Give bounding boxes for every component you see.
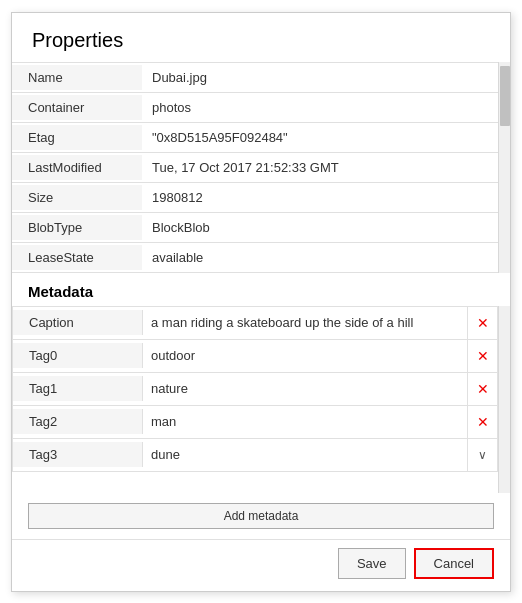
add-metadata-button[interactable]: Add metadata [28, 503, 494, 529]
property-label: Container [12, 95, 142, 120]
property-label: Name [12, 65, 142, 90]
save-button[interactable]: Save [338, 548, 406, 579]
dialog-footer: Save Cancel [12, 539, 510, 591]
property-label: LeaseState [12, 245, 142, 270]
properties-table: Name Dubai.jpg Container photos Etag "0x… [12, 62, 498, 273]
property-row: Etag "0x8D515A95F092484" [12, 123, 498, 153]
metadata-row: Tag3 dune ∨ [12, 438, 498, 472]
property-row: Size 1980812 [12, 183, 498, 213]
delete-metadata-button[interactable]: ✕ [467, 406, 497, 438]
metadata-label: Tag0 [13, 343, 143, 368]
properties-dialog: Properties Name Dubai.jpg Container phot… [11, 12, 511, 592]
property-label: Etag [12, 125, 142, 150]
property-value: Tue, 17 Oct 2017 21:52:33 GMT [142, 155, 498, 180]
property-row: BlobType BlockBlob [12, 213, 498, 243]
property-value: 1980812 [142, 185, 498, 210]
property-label: LastModified [12, 155, 142, 180]
metadata-value: nature [143, 376, 467, 401]
metadata-table: Caption a man riding a skateboard up the… [12, 306, 498, 493]
metadata-section-header: Metadata [12, 273, 510, 306]
property-value: Dubai.jpg [142, 65, 498, 90]
property-value: BlockBlob [142, 215, 498, 240]
scrollbar-thumb [500, 66, 510, 126]
property-label: BlobType [12, 215, 142, 240]
metadata-row: Tag2 man ✕ [12, 405, 498, 438]
metadata-value: outdoor [143, 343, 467, 368]
property-row: LastModified Tue, 17 Oct 2017 21:52:33 G… [12, 153, 498, 183]
dialog-title: Properties [12, 13, 510, 62]
property-label: Size [12, 185, 142, 210]
property-row: Container photos [12, 93, 498, 123]
metadata-value: a man riding a skateboard up the side of… [143, 310, 467, 335]
metadata-value: man [143, 409, 467, 434]
metadata-row: Caption a man riding a skateboard up the… [12, 306, 498, 339]
property-value: available [142, 245, 498, 270]
properties-scrollbar[interactable] [498, 62, 510, 273]
delete-metadata-button[interactable]: ✕ [467, 307, 497, 339]
metadata-row: Tag1 nature ✕ [12, 372, 498, 405]
delete-metadata-button[interactable]: ✕ [467, 373, 497, 405]
metadata-label: Caption [13, 310, 143, 335]
property-value: photos [142, 95, 498, 120]
dropdown-metadata-button[interactable]: ∨ [467, 439, 497, 471]
property-value: "0x8D515A95F092484" [142, 125, 498, 150]
metadata-section: Metadata Caption a man riding a skateboa… [12, 273, 510, 539]
metadata-scrollbar[interactable] [498, 306, 510, 493]
metadata-row: Tag0 outdoor ✕ [12, 339, 498, 372]
metadata-label: Tag2 [13, 409, 143, 434]
metadata-value: dune [143, 442, 467, 467]
delete-metadata-button[interactable]: ✕ [467, 340, 497, 372]
properties-section: Name Dubai.jpg Container photos Etag "0x… [12, 62, 510, 273]
metadata-label: Tag3 [13, 442, 143, 467]
property-row: Name Dubai.jpg [12, 63, 498, 93]
property-row: LeaseState available [12, 243, 498, 273]
metadata-label: Tag1 [13, 376, 143, 401]
cancel-button[interactable]: Cancel [414, 548, 494, 579]
